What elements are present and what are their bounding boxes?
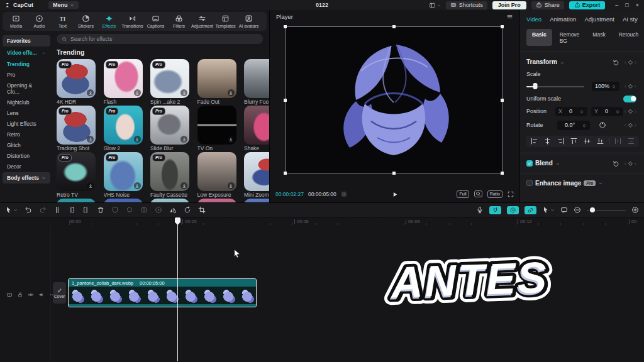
timeline-ruler[interactable]: 00:0000:0300:0600:0900:1200 <box>0 217 644 226</box>
effect-card-vhs-noise[interactable]: ProVHS Noise <box>104 152 143 199</box>
next-keyframe-icon[interactable] <box>633 58 638 65</box>
toolbar-tab-effects[interactable]: Effects <box>97 13 121 30</box>
split-button[interactable] <box>53 206 61 214</box>
effect-thumbnail[interactable]: Pro <box>57 152 96 191</box>
sidebar-item-lens[interactable]: Lens <box>3 108 50 118</box>
selection-handle[interactable] <box>501 25 504 28</box>
mirror-button[interactable] <box>169 206 177 214</box>
stepper-icon[interactable] <box>582 122 587 128</box>
toolbar-tab-templates[interactable]: Templates <box>214 13 237 30</box>
position-x-box[interactable]: X 0 <box>555 107 587 116</box>
align-top-button[interactable] <box>568 137 580 146</box>
keyframe-diamond-icon[interactable] <box>628 108 633 114</box>
inspector-tab-animation[interactable]: Animation <box>550 16 576 23</box>
inspector-tab-ai-styles[interactable]: AI styles <box>623 16 638 23</box>
align-center-v-button[interactable] <box>581 137 593 146</box>
trash-button[interactable] <box>97 206 104 214</box>
mic-button[interactable] <box>476 206 484 214</box>
uniform-scale-toggle[interactable] <box>623 96 636 102</box>
trim-right-button[interactable] <box>82 206 90 214</box>
rotate-knob-icon[interactable] <box>599 121 606 129</box>
rotate-keyframe[interactable] <box>623 122 638 128</box>
effect-card-fade-out[interactable]: Fade Out <box>197 59 236 106</box>
position-keyframe[interactable] <box>623 108 638 114</box>
inspector-tab-adjustment[interactable]: Adjustment <box>584 16 614 23</box>
effect-card-glow-2[interactable]: ProGlow 2 <box>104 106 143 152</box>
keyframe-control[interactable] <box>623 58 638 65</box>
effect-thumbnail[interactable]: Pro <box>150 106 189 145</box>
selection-handle[interactable] <box>284 25 287 28</box>
lock-button[interactable] <box>17 288 23 300</box>
align-bottom-button[interactable] <box>594 137 606 146</box>
cursor-button[interactable] <box>5 206 18 214</box>
trim-left-button[interactable] <box>68 206 75 214</box>
effect-thumbnail[interactable]: Pro <box>104 59 143 98</box>
shield-alt-button[interactable] <box>126 206 133 214</box>
align-center-h-button[interactable] <box>541 137 553 146</box>
toolbar-tab-adjustment[interactable]: Adjustment <box>191 13 214 30</box>
toolbar-tab-transitions[interactable]: Transitions <box>121 13 144 30</box>
scale-keyframe[interactable] <box>623 83 638 89</box>
align-left-button[interactable] <box>528 137 540 146</box>
sidebar-item-retro[interactable]: Retro <box>3 129 50 140</box>
player-menu-icon[interactable] <box>506 13 513 21</box>
distribute-v-button[interactable] <box>625 137 637 146</box>
inspector-tab-video[interactable]: Video <box>526 16 541 23</box>
effect-thumbnail[interactable] <box>244 106 269 145</box>
magnet-button[interactable] <box>489 206 501 214</box>
toolbar-tab-filters[interactable]: Filters <box>167 13 191 30</box>
inspector-subtab-retouch[interactable]: Retouch <box>613 29 644 46</box>
crop-button[interactable] <box>198 206 206 214</box>
eye-button[interactable] <box>28 288 34 300</box>
timeline-clip[interactable]: 1_pantone_collab_dark.webp 00:00:05:00 <box>68 278 257 307</box>
keyframe-diamond-icon[interactable] <box>628 122 633 128</box>
export-button[interactable]: Export <box>569 1 606 9</box>
effect-card-low-exposure[interactable]: Low Exposure <box>197 152 236 199</box>
effect-card-shake[interactable]: Shake <box>244 106 269 152</box>
ratio-button[interactable]: Ratio <box>487 190 502 198</box>
play-circle-button[interactable] <box>155 206 162 214</box>
fullscreen-icon[interactable] <box>508 191 514 198</box>
effect-thumbnail[interactable] <box>244 152 269 191</box>
speaker-button[interactable] <box>38 288 45 300</box>
search-input[interactable] <box>70 36 258 42</box>
effect-card-4k-hdr[interactable]: Pro4K HDR <box>57 59 96 106</box>
cover-button[interactable]: Cover <box>53 282 66 304</box>
inspector-subtab-remove-bg[interactable]: Remove BG <box>554 29 586 46</box>
prev-keyframe-icon[interactable] <box>623 83 628 89</box>
undo-button[interactable] <box>25 206 32 214</box>
full-button[interactable]: Full <box>457 190 469 198</box>
effect-card-slide-blur[interactable]: ProSlide Blur <box>150 106 189 152</box>
selection-handle[interactable] <box>284 99 287 102</box>
rotate-button[interactable] <box>184 206 191 214</box>
effect-thumbnail[interactable] <box>244 59 269 98</box>
minimize-button[interactable]: – <box>615 2 618 8</box>
reset-icon[interactable] <box>613 160 619 167</box>
preview-zoom-button[interactable] <box>474 190 482 197</box>
video-canvas[interactable] <box>286 27 502 173</box>
effect-card-retro-tv[interactable]: ProRetro TV <box>57 152 96 199</box>
stepper-icon[interactable] <box>611 83 616 89</box>
sidebar-item-favorites[interactable]: Favorites <box>3 35 50 47</box>
zoom-in-button[interactable] <box>631 206 639 214</box>
next-keyframe-icon[interactable] <box>633 122 638 128</box>
toolbar-tab-ai-avatars[interactable]: AI avatars <box>237 13 260 30</box>
sidebar-item-decor[interactable]: Decor <box>3 162 50 172</box>
selection-handle[interactable] <box>392 172 396 175</box>
effect-card-faulty-cassette[interactable]: ProFaulty Cassette <box>150 152 189 199</box>
sidebar-item-light-effects[interactable]: Light Effects <box>3 119 50 129</box>
next-keyframe-icon[interactable] <box>633 160 638 167</box>
sidebar-item-glitch[interactable]: Glitch <box>3 140 50 150</box>
keyframe-diamond-icon[interactable] <box>628 83 633 89</box>
layout-button[interactable] <box>429 1 441 8</box>
scale-value-box[interactable]: 100% <box>592 82 619 91</box>
expand-icon[interactable] <box>555 160 560 167</box>
selection-handle[interactable] <box>501 99 504 102</box>
effect-card-tv-on[interactable]: TV On <box>197 106 236 152</box>
collapse-icon[interactable] <box>560 58 565 65</box>
grid-view-icon[interactable] <box>341 191 347 198</box>
join-pro-button[interactable]: Join Pro <box>492 1 526 9</box>
sidebar-item-video-effe[interactable]: Video effe... <box>3 47 50 58</box>
overlay-button[interactable] <box>140 206 148 214</box>
expand-icon[interactable] <box>598 180 603 187</box>
